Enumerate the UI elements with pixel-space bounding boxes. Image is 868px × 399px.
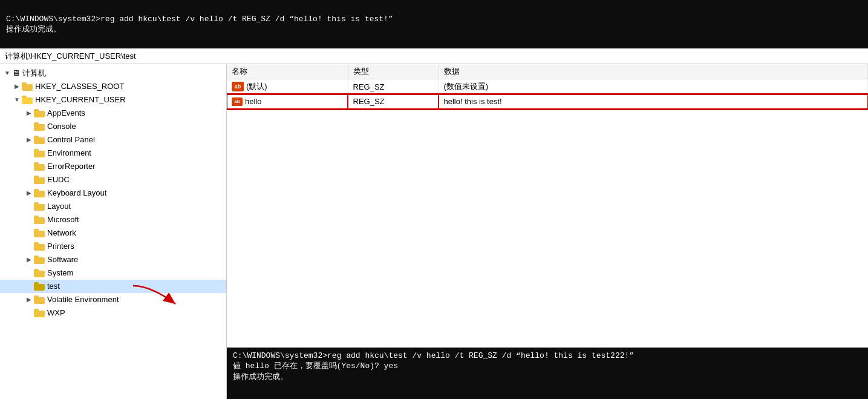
- arrow-hkcr: [12, 82, 22, 91]
- folder-icon-network: [34, 229, 45, 237]
- arrow-controlpanel: [24, 135, 34, 145]
- folder-icon-appevents: [34, 109, 45, 117]
- values-table: 名称 类型 数据 ab (默认) REG_SZ: [227, 64, 868, 109]
- label-controlpanel: Control Panel: [47, 133, 95, 147]
- label-hkcu: HKEY_CURRENT_USER: [35, 93, 126, 107]
- arrow-keyboardlayout: [24, 188, 34, 198]
- folder-icon-system: [34, 269, 45, 277]
- tree-item-printers[interactable]: Printers: [0, 240, 226, 253]
- tree-item-errorreporter[interactable]: ErrorReporter: [0, 160, 226, 173]
- label-keyboardlayout: Keyboard Layout: [47, 186, 106, 200]
- folder-icon-errorreporter: [34, 162, 45, 171]
- terminal-top: C:\WINDOWS\system32>reg add hkcu\test /v…: [0, 0, 868, 48]
- arrow-software: [24, 255, 34, 265]
- terminal-top-line2: 操作成功完成。: [6, 24, 862, 35]
- table-row-selected[interactable]: ab hello REG_SZ hello! this is test!: [227, 94, 868, 109]
- label-wxp: WXP: [47, 306, 65, 320]
- label-software: Software: [47, 253, 78, 266]
- cell-data-default: (数值未设置): [439, 79, 868, 94]
- folder-icon-hkcu: [22, 96, 33, 104]
- folder-icon-keyboardlayout: [34, 189, 45, 197]
- folder-icon-printers: [34, 242, 45, 251]
- label-console: Console: [47, 120, 76, 133]
- tree-item-network[interactable]: Network: [0, 226, 226, 240]
- tree-item-system[interactable]: System: [0, 266, 226, 280]
- folder-icon-software: [34, 256, 45, 264]
- tree-panel[interactable]: 🖥 计算机 HKEY_CLASSES_ROOT HKEY_CURRENT_USE…: [0, 64, 227, 399]
- label-appevents: AppEvents: [47, 107, 85, 120]
- tree-item-test[interactable]: test: [0, 280, 226, 293]
- folder-icon-test: [34, 282, 45, 291]
- folder-icon-volatileenv: [34, 295, 45, 304]
- ab-icon-hello: ab: [232, 97, 243, 106]
- folder-icon-controlpanel: [34, 136, 45, 144]
- tree-item-keyboardlayout[interactable]: Keyboard Layout: [0, 186, 226, 200]
- folder-icon-layout: [34, 202, 45, 211]
- tree-item-hkcu[interactable]: HKEY_CURRENT_USER: [0, 93, 226, 107]
- terminal-bottom-line3: 操作成功完成。: [233, 371, 862, 382]
- computer-label: 计算机: [22, 67, 46, 80]
- cell-type-hello: REG_SZ: [348, 94, 439, 109]
- arrow-volatileenv: [24, 295, 34, 305]
- folder-icon-wxp: [34, 309, 45, 317]
- arrow-hkcu: [12, 95, 22, 105]
- terminal-bottom-line2: 値 hello 已存在，要覆盖吗(Yes/No)? yes: [233, 360, 862, 371]
- tree-item-volatileenv[interactable]: Volatile Environment: [0, 293, 226, 306]
- cell-data-hello: hello! this is test!: [439, 94, 868, 109]
- label-layout: Layout: [47, 200, 71, 213]
- arrow-computer: [2, 68, 12, 78]
- col-header-name: 名称: [227, 64, 348, 79]
- cell-name-hello: ab hello: [227, 94, 348, 109]
- name-value-hello: hello: [245, 97, 261, 106]
- label-network: Network: [47, 226, 76, 240]
- tree-item-console[interactable]: Console: [0, 120, 226, 133]
- tree-item-environment[interactable]: Environment: [0, 147, 226, 160]
- label-system: System: [47, 266, 73, 280]
- folder-icon-microsoft: [34, 216, 45, 224]
- tree-item-software[interactable]: Software: [0, 253, 226, 266]
- table-row[interactable]: ab (默认) REG_SZ (数值未设置): [227, 79, 868, 94]
- tree-item-eudc[interactable]: EUDC: [0, 173, 226, 186]
- cell-type-default: REG_SZ: [348, 79, 439, 94]
- label-microsoft: Microsoft: [47, 213, 79, 226]
- label-eudc: EUDC: [47, 173, 70, 186]
- cell-name-default: ab (默认): [227, 79, 348, 94]
- label-environment: Environment: [47, 147, 91, 160]
- computer-icon: 🖥: [12, 67, 20, 80]
- col-header-data: 数据: [439, 64, 868, 79]
- terminal-bottom-line1: C:\WINDOWS\system32>reg add hkcu\test /v…: [233, 351, 862, 360]
- name-value-default: (默认): [246, 81, 267, 92]
- terminal-top-line1: C:\WINDOWS\system32>reg add hkcu\test /v…: [6, 15, 862, 24]
- col-header-type: 类型: [348, 64, 439, 79]
- label-test: test: [47, 280, 60, 293]
- ab-icon-default: ab: [232, 82, 244, 91]
- table-header-row: 名称 类型 数据: [227, 64, 868, 79]
- values-table-container[interactable]: 名称 类型 数据 ab (默认) REG_SZ: [227, 64, 868, 348]
- label-errorreporter: ErrorReporter: [47, 160, 95, 173]
- right-panel: 名称 类型 数据 ab (默认) REG_SZ: [227, 64, 868, 399]
- arrow-appevents: [24, 108, 34, 118]
- folder-icon-environment: [34, 149, 45, 157]
- folder-icon-eudc: [34, 176, 45, 184]
- breadcrumb: 计算机\HKEY_CURRENT_USER\test: [0, 48, 868, 64]
- tree-item-controlpanel[interactable]: Control Panel: [0, 133, 226, 147]
- tree-item-appevents[interactable]: AppEvents: [0, 107, 226, 120]
- folder-icon-console: [34, 122, 45, 131]
- tree-item-microsoft[interactable]: Microsoft: [0, 213, 226, 226]
- terminal-bottom: C:\WINDOWS\system32>reg add hkcu\test /v…: [227, 348, 868, 399]
- tree-item-hkcr[interactable]: HKEY_CLASSES_ROOT: [0, 80, 226, 93]
- label-volatileenv: Volatile Environment: [47, 293, 119, 306]
- tree-item-layout[interactable]: Layout: [0, 200, 226, 213]
- label-printers: Printers: [47, 240, 74, 253]
- tree-item-computer[interactable]: 🖥 计算机: [0, 67, 226, 80]
- breadcrumb-text: 计算机\HKEY_CURRENT_USER\test: [5, 51, 136, 62]
- folder-icon-hkcr: [22, 82, 33, 91]
- tree-item-wxp[interactable]: WXP: [0, 306, 226, 320]
- main-area: 🖥 计算机 HKEY_CLASSES_ROOT HKEY_CURRENT_USE…: [0, 64, 868, 399]
- label-hkcr: HKEY_CLASSES_ROOT: [35, 80, 124, 93]
